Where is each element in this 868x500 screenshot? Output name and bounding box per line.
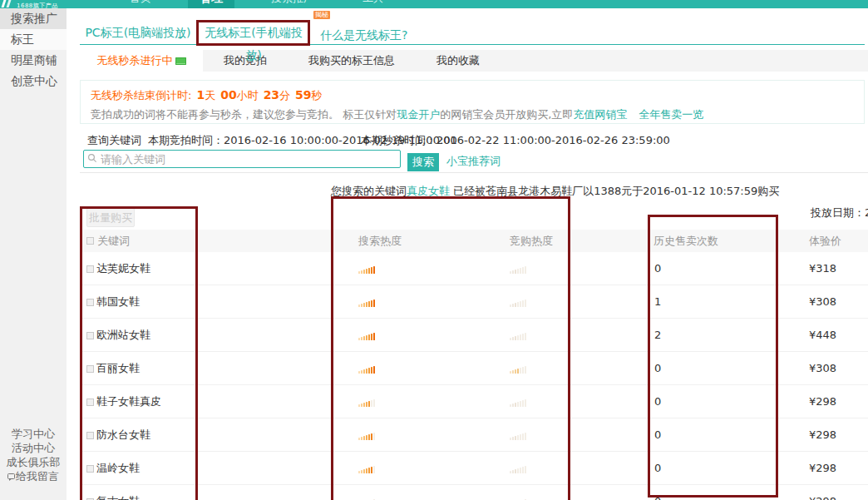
trial-price-cell: ¥298 [809, 485, 836, 500]
row-checkbox[interactable] [86, 399, 94, 406]
sidebar-item-biaowang[interactable]: 标王 [0, 29, 67, 50]
sold-count-cell: 0 [654, 418, 661, 452]
search-heat-cell [358, 285, 376, 319]
logo-icon [2, 0, 12, 7]
bid-heat-icon [510, 432, 527, 440]
link-yearly-sales[interactable]: 全年售卖一览 [639, 108, 703, 121]
bid-heat-icon [510, 465, 527, 473]
search-button[interactable]: 搜索 [407, 153, 439, 171]
message-icon [7, 470, 15, 484]
topbar-nav-home[interactable]: 首页 [118, 0, 163, 8]
sidebar-link-activity-center[interactable]: 活动中心 [0, 441, 67, 455]
link-recharge-wangxiaobao[interactable]: 充值网销宝 [573, 108, 627, 121]
search-heat-cell [358, 319, 376, 352]
trial-price-cell: ¥448 [809, 319, 836, 352]
sold-count-cell: 1 [654, 285, 661, 319]
keyword-search-input[interactable] [83, 150, 401, 168]
search-heat-cell [358, 452, 376, 485]
sold-count-cell: 0 [654, 485, 661, 500]
search-heat-icon [358, 465, 376, 473]
table-row: 复古女鞋0¥298 [80, 485, 868, 500]
topbar-nav-promo[interactable]: 搜索推广 [259, 0, 326, 8]
keyword-text[interactable]: 防水台女鞋 [96, 428, 150, 441]
countdown-panel: 无线秒杀结束倒计时:1天00小时23分59秒 竞拍成功的词将不能再参与秒杀，建议… [80, 80, 865, 124]
notice-text-1: 您搜索的关键词 [331, 185, 407, 197]
subtab-seckill-ongoing[interactable]: 无线秒杀进行中 [80, 50, 203, 72]
reveal-badge: 揭秘 [313, 11, 330, 19]
divider [80, 172, 868, 173]
keyword-text[interactable]: 达芙妮女鞋 [96, 262, 150, 275]
sidebar-link-leave-message[interactable]: 给我留言 [0, 469, 67, 484]
bid-heat-cell [510, 452, 527, 485]
sidebar-link-growth-club[interactable]: 成长俱乐部 [0, 455, 67, 469]
top-bar: 1688旗下产品 首页管理搜索推广工具 [0, 0, 868, 8]
countdown-value: 23 [264, 88, 279, 101]
sold-count-cell: 0 [654, 385, 661, 418]
keyword-text[interactable]: 韩国女鞋 [96, 295, 140, 308]
bid-heat-icon [510, 332, 527, 340]
search-heat-icon [358, 299, 376, 307]
table-body: 达芙妮女鞋0¥318韩国女鞋1¥308欧洲站女鞋2¥448百丽女鞋0¥308鞋子… [80, 252, 868, 500]
row-checkbox[interactable] [86, 365, 94, 373]
tab-pc-biaowang[interactable]: PC标王(电脑端投放) [80, 21, 196, 44]
header-bid-heat: 竞购热度 [510, 230, 553, 252]
table-row: 百丽女鞋0¥308 [80, 352, 868, 385]
bid-heat-icon [510, 299, 527, 307]
notice-keyword-link[interactable]: 真皮女鞋 [407, 185, 450, 197]
search-heat-icon [358, 365, 376, 374]
bid-heat-icon [510, 399, 527, 407]
tab-wireless-biaowang[interactable]: 无线标王(手机端投放) [198, 21, 309, 45]
topbar-nav-manage[interactable]: 管理 [188, 0, 234, 8]
countdown-value: 1 [196, 88, 205, 101]
live-badge-icon [175, 57, 186, 65]
countdown-label: 无线秒杀结束倒计时: [91, 89, 191, 101]
select-all-checkbox[interactable] [86, 237, 94, 245]
bid-heat-icon [510, 265, 527, 274]
sidebar: 搜索推广标王明星商铺创意中心 学习中心活动中心成长俱乐部给我留言 [0, 8, 67, 500]
bid-heat-cell [510, 319, 527, 352]
bid-heat-icon [510, 365, 527, 374]
keyword-text[interactable]: 百丽女鞋 [96, 362, 140, 374]
topbar-nav-tools[interactable]: 工具 [351, 0, 396, 8]
row-checkbox[interactable] [86, 332, 94, 339]
keyword-cell: 复古女鞋 [86, 485, 140, 500]
notice-text-2: 已经被苍南县龙港木易鞋厂以1388元于2016-01-12 10:57:59购买 [450, 185, 779, 197]
link-cash-account[interactable]: 现金开户 [397, 108, 440, 121]
countdown-unit: 小时 [237, 89, 259, 101]
search-heat-cell [358, 252, 376, 285]
header-search-heat: 搜索热度 [358, 230, 402, 252]
header-keyword: 关键词 [97, 230, 130, 252]
row-checkbox[interactable] [86, 465, 94, 473]
keyword-text[interactable]: 鞋子女鞋真皮 [96, 395, 161, 408]
main-content: PC标王(电脑端投放) 无线标王(手机端投放) 揭秘 什么是无线标王? 无线秒杀… [67, 8, 868, 500]
launch-date-label: 投放日期：2 [811, 205, 868, 220]
row-checkbox[interactable] [86, 432, 94, 439]
purchase-notice: 您搜索的关键词真皮女鞋 已经被苍南县龙港木易鞋厂以1388元于2016-01-1… [331, 184, 779, 199]
batch-buy-button[interactable]: 批量购买 [86, 208, 135, 227]
header-trial-price: 体验价 [809, 230, 841, 252]
sold-count-cell: 0 [654, 252, 661, 285]
sidebar-link-study-center[interactable]: 学习中心 [0, 427, 67, 441]
link-xiaobao-recommend[interactable]: 小宝推荐词 [446, 154, 501, 169]
table-row: 防水台女鞋0¥298 [80, 418, 868, 452]
keyword-cell: 达芙妮女鞋 [86, 252, 150, 285]
countdown-unit: 分 [279, 89, 290, 101]
row-checkbox[interactable] [86, 299, 94, 306]
row-checkbox[interactable] [86, 265, 94, 273]
sidebar-item-star-shop[interactable]: 明星商铺 [0, 50, 67, 71]
sidebar-footer: 学习中心活动中心成长俱乐部给我留言 [0, 427, 67, 484]
table-header: 关键词 搜索热度 竞购热度 历史售卖次数 体验价 [80, 230, 868, 252]
keyword-text[interactable]: 温岭女鞋 [96, 462, 140, 474]
keyword-text[interactable]: 复古女鞋 [96, 495, 140, 500]
search-heat-icon [358, 432, 376, 440]
bid-heat-cell [510, 252, 527, 285]
sidebar-item-search-promo[interactable]: 搜索推广 [0, 8, 67, 29]
sidebar-item-creative-center[interactable]: 创意中心 [0, 71, 67, 92]
link-what-is-wireless-biaowang[interactable]: 什么是无线标王? [320, 26, 407, 44]
subtab-my-purchased[interactable]: 我购买的标王信息 [288, 50, 416, 72]
trial-price-cell: ¥298 [809, 418, 836, 452]
topbar-nav: 首页管理搜索推广工具 [118, 0, 421, 8]
countdown-unit: 天 [205, 89, 215, 101]
keyword-text[interactable]: 欧洲站女鞋 [96, 329, 150, 341]
subtab-my-favorites[interactable]: 我的收藏 [416, 50, 501, 72]
